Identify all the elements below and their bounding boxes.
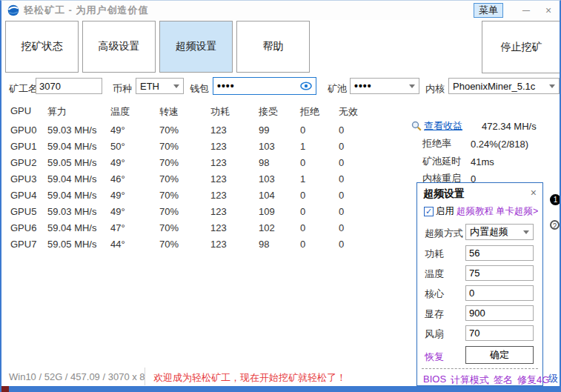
- table-cell: 102: [259, 222, 300, 233]
- system-info-text: Win10 / 52G / 457.09 / 3070 x 8: [9, 371, 145, 382]
- dialog-bottom-link[interactable]: 签名: [494, 373, 513, 387]
- dialog-divider: [422, 368, 538, 369]
- pool-latency-label: 矿池延时: [422, 155, 471, 168]
- table-row: GPU759.05 MH/s44°70%1239800: [10, 236, 383, 252]
- total-hashrate-value: 472.34 MH/s: [482, 121, 537, 132]
- table-cell: 59.04 MH/s: [47, 190, 110, 201]
- pool-select[interactable]: ••••: [350, 78, 419, 94]
- dialog-field-label: 显存: [425, 308, 444, 321]
- table-cell: 70%: [159, 222, 210, 233]
- column-header: 拒绝: [300, 105, 339, 119]
- table-cell: 49°: [110, 206, 159, 217]
- table-cell: GPU5: [10, 206, 47, 217]
- overclock-mode-select[interactable]: 内置超频: [465, 224, 534, 240]
- table-cell: 0: [300, 206, 339, 217]
- table-cell: 1: [300, 141, 339, 152]
- tab-3[interactable]: 帮助: [236, 21, 310, 73]
- single-card-overclock-link[interactable]: 单卡超频>: [496, 205, 538, 218]
- eye-icon[interactable]: [300, 82, 312, 90]
- overclock-mode-label: 超频方式: [425, 227, 463, 240]
- table-row: GPU459.04 MH/s49°70%12310400: [10, 187, 383, 203]
- dialog-field-input[interactable]: [465, 285, 534, 301]
- dialog-field-input[interactable]: [465, 305, 534, 321]
- column-header: 转速: [159, 105, 210, 119]
- table-cell: 0: [300, 222, 339, 233]
- table-cell: 103: [259, 173, 300, 185]
- table-cell: 46°: [110, 173, 159, 185]
- column-header: 无效: [339, 105, 383, 119]
- partially-hidden-upgrade-link[interactable]: 级: [548, 372, 558, 385]
- table-cell: GPU3: [10, 173, 47, 185]
- overclock-tutorial-link[interactable]: 超频教程: [457, 205, 494, 218]
- table-cell: 70%: [159, 141, 210, 152]
- wallet-input[interactable]: ••••: [213, 77, 316, 95]
- tab-2[interactable]: 超频设置: [159, 21, 233, 73]
- dialog-field-input[interactable]: [465, 245, 534, 261]
- coin-select-value: ETH: [140, 81, 159, 92]
- table-cell: 70%: [159, 173, 210, 185]
- view-income-link[interactable]: 查看收益: [424, 119, 470, 133]
- table-cell: 99: [259, 124, 300, 136]
- dialog-title: 超频设置: [423, 187, 465, 201]
- dialog-field-input[interactable]: [465, 265, 534, 281]
- miner-name-input[interactable]: [36, 78, 102, 94]
- table-cell: GPU4: [10, 190, 47, 201]
- title-bar: 轻松矿工 - 为用户创造价值 菜单 ─ ×: [1, 1, 560, 20]
- table-cell: 0: [339, 239, 383, 250]
- table-cell: 0: [339, 141, 383, 152]
- table-cell: 70%: [159, 239, 210, 250]
- window-controls: 菜单 ─ ×: [474, 3, 560, 18]
- table-cell: 0: [300, 157, 339, 168]
- table-cell: 59.04 MH/s: [47, 173, 110, 185]
- income-stat-row: 查看收益 472.34 MH/s: [411, 119, 537, 133]
- table-row: GPU159.04 MH/s50°70%12310310: [10, 138, 383, 154]
- statusbar-divider: [145, 368, 145, 385]
- table-cell: 0: [339, 124, 383, 136]
- table-cell: 123: [210, 222, 259, 233]
- table-cell: 123: [210, 206, 259, 217]
- minimize-icon[interactable]: ─: [515, 4, 537, 16]
- ok-button[interactable]: 确定: [465, 346, 534, 364]
- table-cell: 59.05 MH/s: [47, 239, 110, 250]
- table-cell: 59.03 MH/s: [47, 124, 110, 136]
- enable-label: 启用: [436, 205, 454, 218]
- dialog-bottom-link[interactable]: 修复4G: [517, 373, 549, 387]
- tab-0[interactable]: 挖矿状态: [5, 21, 79, 73]
- table-cell: 0: [339, 190, 383, 201]
- table-cell: 98: [259, 157, 300, 168]
- dialog-field-input[interactable]: [465, 325, 534, 341]
- dialog-bottom-link[interactable]: BIOS: [423, 373, 446, 387]
- overclock-mode-value: 内置超频: [470, 225, 508, 239]
- dialog-field-label: 温度: [425, 268, 444, 281]
- table-cell: 123: [210, 141, 259, 152]
- menu-button[interactable]: 菜单: [474, 3, 503, 18]
- welcome-message: 欢迎成为轻松矿工，现在开始挖矿就轻松了！: [153, 371, 346, 385]
- restore-link[interactable]: 恢复: [425, 351, 444, 364]
- dialog-close-icon[interactable]: ×: [531, 187, 537, 199]
- stop-mining-button[interactable]: 停止挖矿: [482, 21, 561, 73]
- dialog-field-label: 核心: [425, 288, 444, 301]
- tab-bar: 挖矿状态高级设置超频设置帮助: [5, 21, 310, 73]
- wallet-label: 钱包: [190, 82, 209, 96]
- dialog-bottom-link[interactable]: 计算模式: [451, 373, 489, 387]
- reject-rate-value: 0.24%(2/818): [471, 139, 528, 150]
- window-title: 轻松矿工 - 为用户创造价值: [24, 4, 149, 17]
- table-cell: 44°: [110, 239, 159, 250]
- close-icon[interactable]: ×: [537, 4, 560, 16]
- tab-1[interactable]: 高级设置: [82, 21, 156, 73]
- table-cell: 70%: [159, 157, 210, 168]
- table-cell: 123: [210, 239, 259, 250]
- table-cell: 0: [300, 239, 339, 250]
- coin-select[interactable]: ETH: [136, 78, 184, 94]
- table-cell: 123: [210, 124, 259, 136]
- table-cell: 123: [210, 190, 259, 201]
- enable-checkbox[interactable]: ✓: [424, 207, 434, 216]
- kernel-select[interactable]: PhoenixMiner_5.1c: [448, 78, 560, 94]
- table-cell: GPU1: [10, 141, 47, 152]
- chevron-down-icon: [549, 84, 555, 88]
- table-cell: 59.04 MH/s: [47, 141, 110, 152]
- gpu-table-header: GPU算力温度转速功耗接受拒绝无效: [10, 105, 383, 119]
- reject-rate-label: 拒绝率: [422, 137, 471, 150]
- table-cell: 49°: [110, 157, 159, 168]
- column-header: GPU: [10, 105, 47, 119]
